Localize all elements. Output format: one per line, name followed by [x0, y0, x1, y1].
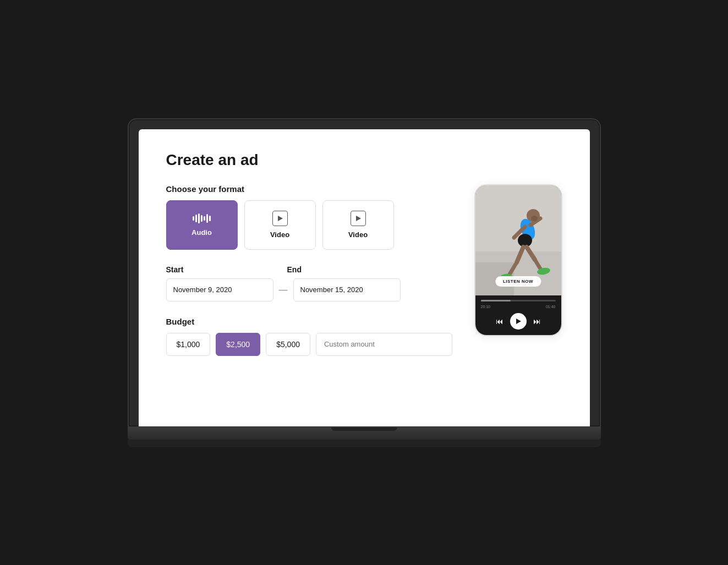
play-icon-player [516, 319, 521, 324]
waveform-bar [193, 216, 194, 221]
end-date-input[interactable] [293, 278, 401, 301]
listen-now-button[interactable]: LISTEN NOW [495, 276, 541, 287]
date-labels: Start End [166, 265, 452, 274]
budget-btn-5000[interactable]: $5,000 [266, 333, 310, 356]
format-card-audio[interactable]: Audio [166, 200, 238, 250]
waveform-bar [195, 215, 197, 222]
phone-image: LISTEN NOW [475, 185, 561, 295]
date-separator: — [279, 285, 288, 295]
date-section: Start End — [166, 265, 452, 301]
svg-point-14 [531, 216, 538, 221]
laptop-mockup: Create an ad Choose your format [128, 118, 601, 447]
waveform-bar [201, 215, 202, 222]
player-controls: ⏮ ⏭ [481, 313, 556, 330]
time-start: 20:10 [481, 305, 491, 309]
next-icon: ⏭ [533, 317, 541, 326]
play-icon [272, 211, 288, 226]
prev-button[interactable]: ⏮ [496, 317, 503, 326]
laptop-foot [128, 440, 601, 447]
progress-times: 20:10 01:40 [481, 305, 556, 309]
end-label: End [287, 265, 302, 274]
waveform-bar [206, 214, 208, 223]
waveform-bar [209, 216, 211, 221]
play-icon-2 [351, 211, 366, 226]
budget-options: $1,000 $2,500 $5,000 [166, 333, 452, 356]
format-options: Audio Video [166, 200, 452, 250]
progress-bar [481, 300, 556, 301]
budget-label: Budget [166, 317, 452, 326]
screen-bezel: Create an ad Choose your format [128, 118, 601, 427]
budget-btn-2500[interactable]: $2,500 [216, 333, 260, 356]
svg-point-7 [518, 234, 532, 247]
format-label: Choose your format [166, 184, 452, 194]
next-button[interactable]: ⏭ [533, 317, 541, 326]
format-card-video2[interactable]: Video [322, 200, 394, 250]
budget-section: Budget $1,000 $2,500 $5,000 [166, 317, 452, 356]
form-section: Choose your format [166, 184, 452, 356]
laptop-base [128, 427, 601, 440]
content-row: Choose your format [166, 184, 562, 356]
prev-icon: ⏮ [496, 317, 503, 326]
format-card-audio-label: Audio [191, 228, 212, 237]
waveform-bar [198, 213, 200, 223]
start-label: Start [166, 265, 276, 274]
budget-btn-1000[interactable]: $1,000 [166, 333, 211, 356]
play-triangle-2 [356, 216, 361, 221]
waveform-icon [193, 213, 211, 224]
start-date-input[interactable] [166, 278, 273, 301]
runner-image: LISTEN NOW [475, 185, 561, 295]
play-button[interactable] [510, 313, 527, 330]
time-end: 01:40 [546, 305, 556, 309]
budget-custom-input[interactable] [316, 333, 452, 356]
waveform-bar [204, 216, 205, 221]
format-card-video2-label: Video [348, 231, 368, 239]
play-triangle [278, 216, 283, 221]
phone-player: 20:10 01:40 ⏮ ⏭ [475, 295, 561, 335]
page-title: Create an ad [166, 151, 562, 169]
screen-content: Create an ad Choose your format [139, 129, 590, 426]
date-row: — [166, 278, 452, 301]
phone-preview: LISTEN NOW 20:10 01:40 ⏮ [474, 184, 562, 336]
format-card-video1[interactable]: Video [244, 200, 316, 250]
format-card-video1-label: Video [270, 231, 289, 239]
progress-fill [481, 300, 511, 301]
